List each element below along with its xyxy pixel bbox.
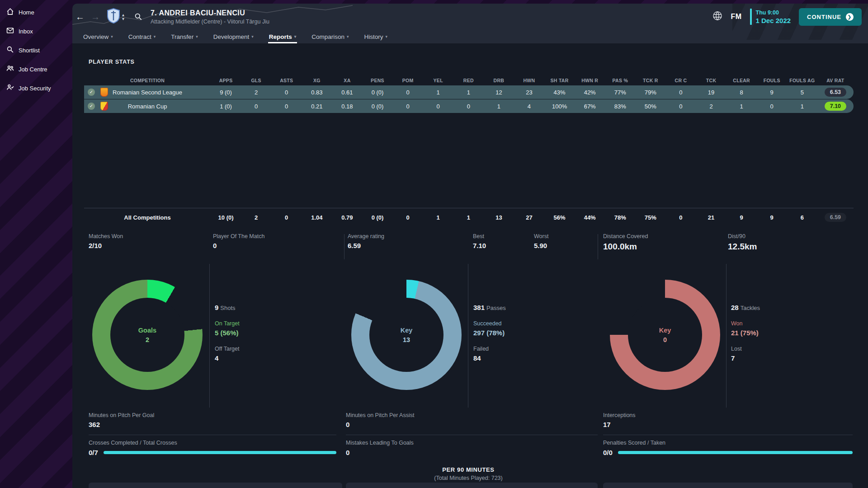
shortlist-icon	[6, 46, 14, 55]
sidebar-item-job-security[interactable]: Job Security	[0, 79, 72, 98]
divider	[468, 264, 468, 408]
top-block: ← → ▴▾ 7. ANDREI BACIU-NENCIU Attacking …	[72, 4, 868, 43]
stat-matches-won: Matches Won 2/10	[89, 233, 123, 249]
tab-development[interactable]: Development▾	[213, 30, 254, 43]
competition-name: Romanian Second League	[113, 89, 182, 96]
game-date[interactable]: Thu 9:00 1 Dec 2022	[750, 9, 791, 25]
per90-card-attacking: Shots On Target 0.62 Dribbles Made 1.62	[89, 483, 342, 488]
sidebar-item-shortlist[interactable]: Shortlist	[0, 41, 72, 60]
sidebar-item-label: Inbox	[19, 28, 33, 35]
stat-average-rating: Average rating 6.59	[348, 233, 384, 249]
sidebar-item-label: Job Security	[19, 85, 51, 92]
main-panel: ← → ▴▾ 7. ANDREI BACIU-NENCIU Attacking …	[72, 4, 868, 488]
romanian-cup-crest-icon	[100, 102, 108, 111]
divider	[346, 435, 598, 435]
penalties-progress-bar	[618, 451, 853, 454]
detail-column-assists: Minutes on Pitch Per Assist 0 Mistakes L…	[346, 412, 598, 456]
chevron-down-icon: ▾	[196, 34, 198, 39]
donut-center-label: Goals	[138, 327, 156, 334]
chevron-up-down-icon: ▴▾	[122, 13, 124, 21]
totals-label: All Competitions	[84, 214, 211, 221]
continue-button[interactable]: CONTINUE ❯	[799, 8, 862, 26]
back-button[interactable]: ←	[72, 12, 88, 22]
divider	[344, 234, 344, 259]
job-security-icon	[6, 84, 14, 93]
date-accent-bar	[750, 9, 752, 25]
divider	[603, 435, 853, 435]
world-icon[interactable]	[712, 11, 722, 23]
club-badge-icon	[107, 8, 120, 25]
player-title-block: 7. ANDREI BACIU-NENCIU Attacking Midfiel…	[151, 9, 269, 25]
detail-column-goals: Minutes on Pitch Per Goal 362 Crosses Co…	[89, 412, 336, 456]
divider	[89, 435, 336, 435]
detail-column-defence: Interceptions 17 Penalties Scored / Take…	[603, 412, 853, 456]
section-title: PLAYER STATS	[89, 59, 135, 65]
forward-button[interactable]: →	[88, 12, 103, 22]
donut-center-value: 2	[146, 336, 149, 343]
crosses-progress-bar	[104, 451, 336, 454]
inbox-icon	[6, 27, 14, 36]
per90-card-possession: Passes completed 36.97 Fouls Against 0.7…	[346, 483, 598, 488]
tab-bar: Overview▾ Contract▾ Transfer▾ Developmen…	[72, 30, 868, 43]
competition-name: Romanian Cup	[128, 103, 167, 110]
stat-best-rating: Best 7.10	[473, 233, 486, 249]
page-title: 7. ANDREI BACIU-NENCIU	[151, 9, 269, 17]
tackles-breakdown: 28Tackles Won 21 (75%) Lost 7	[731, 304, 830, 362]
passes-donut-chart: Key 13	[351, 280, 462, 390]
tab-comparison[interactable]: Comparison▾	[311, 30, 349, 43]
selected-check-icon[interactable]: ✓	[88, 89, 95, 96]
divider	[598, 234, 598, 259]
per-90-heading: PER 90 MINUTES (Total Minutes Played: 72…	[89, 466, 848, 481]
chevron-down-icon: ▾	[386, 34, 388, 39]
continue-label: CONTINUE	[807, 14, 841, 20]
chevron-down-icon: ▾	[111, 34, 113, 39]
content-area: PLAYER STATS COMPETITION APPS GLS ASTS X…	[72, 43, 868, 488]
tab-contract[interactable]: Contract▾	[128, 30, 156, 43]
sidebar-item-label: Shortlist	[19, 47, 40, 54]
all-competitions-row: All Competitions 10 (0) 2 0 1.04 0.79 0 …	[84, 211, 854, 223]
stat-player-of-the-match: Player Of The Match 0	[213, 233, 264, 249]
job-centre-icon	[6, 65, 14, 74]
goals-donut-chart: Goals 2	[92, 280, 203, 390]
donut-center-value: 0	[663, 336, 667, 343]
search-icon[interactable]	[134, 13, 142, 21]
chevron-down-icon: ▾	[347, 34, 349, 39]
chevron-down-icon: ▾	[154, 34, 156, 39]
average-rating-total: 6.59	[825, 213, 846, 222]
selected-check-icon[interactable]: ✓	[88, 103, 95, 110]
table-row-romanian-cup[interactable]: ✓ Romanian Cup 1 (0) 0 0 0.21 0.18 0 (0)…	[84, 99, 854, 113]
continue-arrow-icon: ❯	[846, 13, 854, 21]
chevron-down-icon: ▾	[251, 34, 254, 39]
shots-breakdown: 9Shots On Target 5 (56%) Off Target 4	[215, 304, 314, 362]
fm-logo: FM	[731, 13, 741, 21]
stat-worst-rating: Worst 5.90	[534, 233, 548, 249]
sidebar-item-label: Job Centre	[19, 66, 47, 73]
chevron-down-icon: ▾	[294, 34, 297, 39]
stat-distance-covered: Distance Covered 100.0km	[603, 233, 648, 252]
game-time: Thu 9:00	[756, 9, 791, 16]
donut-center-value: 13	[403, 336, 410, 343]
donut-center-label: Key	[401, 327, 413, 334]
divider	[209, 264, 210, 408]
sidebar: Home Inbox Shortlist Job Centre Job Secu…	[0, 0, 72, 488]
table-header-row: COMPETITION APPS GLS ASTS XG XA PENS POM…	[84, 76, 854, 85]
player-stats-table: COMPETITION APPS GLS ASTS XG XA PENS POM…	[84, 76, 854, 113]
divider	[726, 264, 726, 408]
table-row-romanian-second-league[interactable]: ✓ Romanian Second League 9 (0) 2 0 0.83 …	[84, 85, 854, 99]
tab-overview[interactable]: Overview▾	[83, 30, 113, 43]
tackles-donut-chart: Key 0	[610, 280, 720, 390]
tab-transfer[interactable]: Transfer▾	[171, 30, 198, 43]
sidebar-item-inbox[interactable]: Inbox	[0, 22, 72, 41]
sidebar-item-job-centre[interactable]: Job Centre	[0, 60, 72, 79]
tab-reports[interactable]: Reports▾	[269, 30, 297, 43]
romanian-second-league-crest-icon	[100, 88, 108, 97]
sidebar-item-home[interactable]: Home	[0, 3, 72, 22]
game-day: 1 Dec 2022	[756, 17, 791, 24]
tab-history[interactable]: History▾	[364, 30, 388, 43]
per90-card-defending: Tackles Won 2.61 Fouls 1.12	[603, 483, 853, 488]
average-rating-badge: 6.53	[825, 88, 846, 97]
passes-breakdown: 381Passes Succeeded 297 (78%) Failed 84	[473, 304, 573, 362]
sidebar-item-label: Home	[19, 9, 34, 16]
home-icon	[6, 8, 14, 17]
club-selector[interactable]: ▴▾	[107, 8, 124, 25]
